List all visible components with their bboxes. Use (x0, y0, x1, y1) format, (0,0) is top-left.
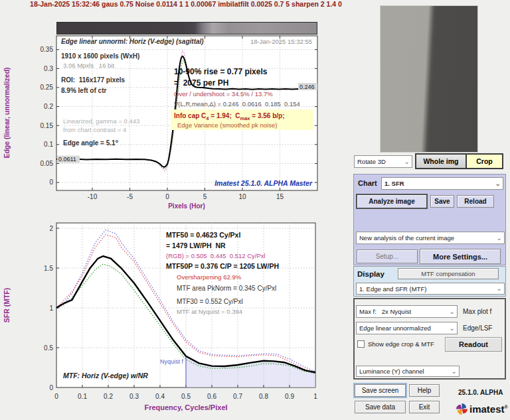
nyquist-f-label: Nyquist f (160, 358, 184, 365)
linearized-label-1: Linearized, gamma = 0.443 (63, 117, 139, 125)
help-button[interactable]: Help (409, 384, 440, 397)
imatest-logo-text: imatest® (469, 403, 508, 415)
linearized-label-2: from chart contrast = 4 (63, 126, 126, 133)
mtf-area-label: MTF area PkNorm = 0.345 Cy/Pxl (177, 285, 276, 292)
svg-text:0.2: 0.2 (44, 103, 53, 110)
svg-text:0: 0 (49, 384, 53, 391)
chevron-down-icon: ⌄ (497, 235, 502, 242)
imatest-logo-icon (456, 403, 468, 415)
show-edge-crop-checkbox[interactable] (357, 340, 365, 348)
chevron-down-icon: ⌄ (450, 309, 455, 315)
save-screen-button[interactable]: Save screen (355, 384, 406, 397)
show-edge-crop-label: Show edge crop & MTF (368, 340, 434, 348)
edge-plot-xlabel: Pixels (Hor) (168, 202, 205, 210)
readout-button[interactable]: Readout (445, 337, 502, 352)
save-button[interactable]: Save (430, 195, 454, 208)
svg-text:-5: -5 (127, 193, 133, 200)
edge-plot: 0.0611 0.246 Edge linear unnorml: Horiz … (0, 35, 352, 218)
channel-select[interactable]: Luminance (Y) channel⌄ (356, 366, 460, 377)
svg-text:0.5: 0.5 (181, 393, 191, 400)
svg-text:1.5: 1.5 (44, 265, 53, 272)
whole-img-button[interactable]: Whole img (416, 155, 467, 168)
svg-text:10: 10 (238, 193, 246, 200)
vlrm-label: V(L,R,mean,Δ) = 0.246 0.0616 0.185 0.154 (174, 100, 300, 107)
chevron-down-icon: ⌄ (452, 368, 457, 375)
imatest-logo: imatest® (456, 401, 509, 417)
edge-plot-ylabel: Edge (linear, unnormalized) (3, 67, 11, 158)
svg-text:0.3: 0.3 (129, 393, 139, 400)
edge-crop-image (380, 5, 478, 153)
svg-text:0.9: 0.9 (285, 393, 294, 400)
mtf-plot-ylabel: SFR (MTF) (3, 288, 11, 323)
save-data-button[interactable]: Save data (355, 401, 406, 413)
mpxls-label: 3.06 Mpxls 16 bit (63, 62, 114, 69)
view-toggle-group: Whole img Crop (415, 153, 503, 169)
exit-button[interactable]: Exit (409, 401, 440, 413)
oversharpening-label: Oversharpening 62.9% (177, 273, 242, 281)
svg-text:2: 2 (49, 225, 53, 232)
mtf-plot-xlabel: Frequency, Cycles/Pixel (144, 403, 227, 411)
svg-text:1: 1 (313, 393, 317, 400)
pixels-label: 1910 x 1600 pixels (WxH) (61, 52, 139, 60)
reload-button[interactable]: Reload (457, 195, 494, 208)
svg-text:0.25: 0.25 (41, 84, 54, 91)
svg-text:5: 5 (203, 193, 207, 200)
plot-options-panel: Max f: 2x Nyquist⌄ Max plot f Edge linea… (353, 298, 506, 380)
svg-text:0.4: 0.4 (155, 393, 165, 400)
version-label: 25.1.0. ALPHA (458, 389, 503, 396)
mtf-plot-y-tick-labels: 21.5 10.5 0 (44, 225, 53, 391)
chart-panel: Chart 1. SFR⌄ Analyze image Save Reload … (353, 174, 506, 265)
mtf50-label: MTF50 = 0.4623 Cy/Pxl (166, 231, 240, 239)
svg-text:0.5: 0.5 (44, 344, 53, 352)
mtf-compensation-button[interactable]: MTF compensation (398, 268, 499, 279)
edge-variance-label: Edge Variance (smoothed pk noise) (177, 121, 277, 129)
svg-text:-10: -10 (88, 193, 98, 200)
rotate-3d-select[interactable]: Rotate 3D⌄ (354, 155, 412, 168)
mtf50p-label: MTF50P = 0.376 C/P = 1205 LW/PH (166, 262, 279, 270)
svg-text:0.35: 0.35 (41, 46, 54, 53)
svg-text:0: 0 (54, 393, 58, 400)
left-value-label: 0.0611 (58, 156, 76, 163)
chart-type-select[interactable]: 1. SFR⌄ (381, 177, 503, 190)
mtf-plot-x-tick-labels: 00.1 0.20.3 0.40.5 0.60.7 0.80.9 1 (54, 393, 317, 400)
mtf-footer-label: MTF: Horiz (V-edge) w/NR (63, 372, 148, 380)
rise-label-2: = 2075 per PH (174, 78, 228, 88)
rise-label-1: 10-90% rise = 0.77 pixels (174, 67, 268, 76)
overshoot-label: Over / undershoot = 34.5% / 13.7% (174, 90, 273, 98)
edge-lsf-select[interactable]: Edge linear unnormalized⌄ (356, 322, 458, 334)
mtf-plot: MTF50 = 0.4623 Cy/Pxl = 1479 LW/PH NR (R… (0, 219, 352, 420)
display-label: Display (357, 270, 384, 278)
svg-text:0: 0 (49, 178, 53, 186)
watermark-label: Imatest 25.1.0. ALPHA Master (214, 179, 313, 187)
max-plot-f-label: Max plot f (463, 308, 491, 315)
edge-lsf-label: Edge/LSF (463, 324, 492, 332)
edge-angle-label: Edge angle = 5.1o (63, 139, 118, 147)
svg-text:0.2: 0.2 (104, 393, 113, 400)
crop-button[interactable]: Crop (467, 155, 502, 168)
max-frequency-select[interactable]: Max f: 2x Nyquist⌄ (356, 305, 458, 318)
edge-plot-y-tick-labels: 0.350.3 0.250.2 0.150.1 0.050 (41, 46, 54, 186)
chevron-down-icon: ⌄ (404, 159, 410, 165)
analysis-mode-select[interactable]: New analysis of the current image⌄ (356, 232, 505, 244)
chevron-down-icon: ⌄ (450, 325, 455, 332)
rgb-label: (RGB) = 0.505 0.445 0.512 Cy/Pxl (166, 252, 266, 259)
ctr-label: 8.9% left of ctr (61, 87, 106, 94)
svg-text:0.7: 0.7 (233, 393, 242, 400)
display-mode-select[interactable]: 1. Edge and SFR (MTF)⌄ (356, 283, 505, 295)
chart-label: Chart (358, 179, 377, 187)
right-value-label: 0.246 (299, 84, 315, 90)
edge-plot-x-tick-labels: -10-5 05 1015 (88, 193, 284, 200)
figure-title: 18-Jan-2025 15:32:46 gaus 0.75 Noise 0.0… (0, 0, 372, 8)
roi-label: ROI: 116x177 pixels (61, 76, 126, 84)
setup-button[interactable]: Setup... (357, 249, 418, 263)
svg-text:0.3: 0.3 (44, 65, 53, 72)
svg-text:0.8: 0.8 (259, 393, 268, 400)
svg-text:15: 15 (276, 193, 284, 200)
edge-plot-title: Edge linear unnorml: Horiz (V-edge) (sag… (61, 38, 204, 45)
analyze-image-button[interactable]: Analyze image (356, 194, 428, 209)
svg-text:0.1: 0.1 (44, 141, 53, 148)
svg-text:0: 0 (165, 193, 169, 200)
more-settings-button[interactable]: More Settings... (420, 249, 501, 264)
edge-plot-timestamp: 18-Jan-2025 15:32:55 (250, 38, 312, 45)
svg-text:0.05: 0.05 (41, 160, 54, 167)
